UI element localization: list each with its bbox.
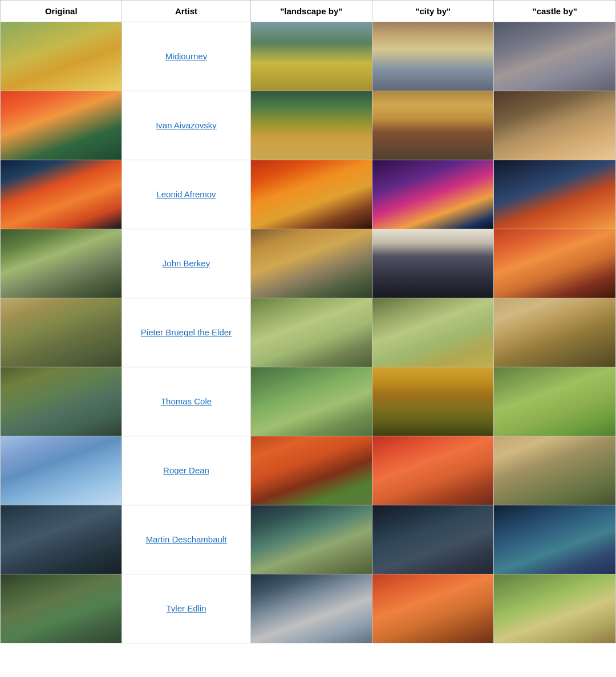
city-image-1	[372, 22, 494, 91]
landscape-image-8	[250, 505, 372, 574]
table-row: Martin Deschambault	[1, 505, 616, 574]
artist-cell-2: Ivan Aivazovsky	[122, 91, 250, 160]
castle-image-7	[494, 436, 616, 505]
castle-image-2	[494, 91, 616, 160]
castle-image-5	[494, 298, 616, 367]
orig-image-3	[1, 160, 122, 229]
landscape-image-1	[250, 22, 372, 91]
city-image-5	[372, 298, 494, 367]
table-row: Midjourney	[1, 22, 616, 91]
table-row: Thomas Cole	[1, 367, 616, 436]
artist-link-2[interactable]: Ivan Aivazovsky	[156, 120, 217, 130]
table-row: Ivan Aivazovsky	[1, 91, 616, 160]
col-header-original: Original	[1, 1, 122, 22]
city-image-9	[372, 574, 494, 643]
artist-cell-4: John Berkey	[122, 229, 250, 298]
table-row: Roger Dean	[1, 436, 616, 505]
orig-image-6	[1, 367, 122, 436]
castle-image-3	[494, 160, 616, 229]
col-header-castle: "castle by"	[494, 1, 616, 22]
city-image-8	[372, 505, 494, 574]
artist-link-8[interactable]: Martin Deschambault	[146, 534, 227, 544]
artist-link-4[interactable]: John Berkey	[163, 258, 210, 268]
orig-image-5	[1, 298, 122, 367]
castle-image-8	[494, 505, 616, 574]
artist-link-7[interactable]: Roger Dean	[163, 465, 209, 475]
table-row: John Berkey	[1, 229, 616, 298]
table-row: Pieter Bruegel the Elder	[1, 298, 616, 367]
city-image-3	[372, 160, 494, 229]
city-image-2	[372, 91, 494, 160]
table-row: Leonid Afremov	[1, 160, 616, 229]
table-row: Tyler Edlin	[1, 574, 616, 643]
orig-image-2	[1, 91, 122, 160]
artist-link-3[interactable]: Leonid Afremov	[156, 189, 216, 199]
artist-cell-3: Leonid Afremov	[122, 160, 250, 229]
castle-image-1	[494, 22, 616, 91]
orig-image-1	[1, 22, 122, 91]
landscape-image-9	[250, 574, 372, 643]
city-image-6	[372, 367, 494, 436]
artist-link-1[interactable]: Midjourney	[165, 51, 207, 61]
comparison-table: Original Artist "landscape by" "city by"…	[0, 0, 616, 643]
landscape-image-3	[250, 160, 372, 229]
col-header-city: "city by"	[372, 1, 494, 22]
artist-cell-1: Midjourney	[122, 22, 250, 91]
landscape-image-4	[250, 229, 372, 298]
orig-image-4	[1, 229, 122, 298]
landscape-image-6	[250, 367, 372, 436]
castle-image-4	[494, 229, 616, 298]
castle-image-9	[494, 574, 616, 643]
orig-image-9	[1, 574, 122, 643]
castle-image-6	[494, 367, 616, 436]
landscape-image-7	[250, 436, 372, 505]
artist-link-5[interactable]: Pieter Bruegel the Elder	[141, 327, 232, 337]
city-image-4	[372, 229, 494, 298]
city-image-7	[372, 436, 494, 505]
artist-link-9[interactable]: Tyler Edlin	[166, 603, 206, 613]
artist-cell-9: Tyler Edlin	[122, 574, 250, 643]
orig-image-8	[1, 505, 122, 574]
artist-cell-5: Pieter Bruegel the Elder	[122, 298, 250, 367]
orig-image-7	[1, 436, 122, 505]
landscape-image-2	[250, 91, 372, 160]
col-header-artist: Artist	[122, 1, 250, 22]
artist-cell-7: Roger Dean	[122, 436, 250, 505]
col-header-landscape: "landscape by"	[250, 1, 372, 22]
landscape-image-5	[250, 298, 372, 367]
artist-cell-6: Thomas Cole	[122, 367, 250, 436]
artist-link-6[interactable]: Thomas Cole	[161, 396, 212, 406]
artist-cell-8: Martin Deschambault	[122, 505, 250, 574]
